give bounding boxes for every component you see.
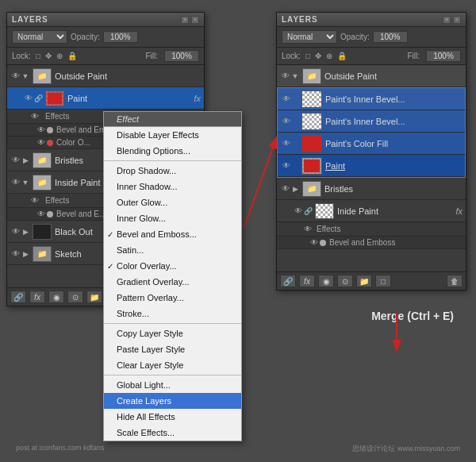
ctx-disable-layer-effects[interactable]: Disable Layer Effects: [104, 127, 241, 143]
expand-black[interactable]: ▶: [21, 228, 29, 236]
ctx-hide-effects[interactable]: Hide All Effects: [104, 409, 241, 425]
r-adj-btn[interactable]: ⊙: [337, 275, 353, 287]
expand-icon[interactable]: ▼: [21, 72, 29, 80]
r-delete-btn[interactable]: 🗑: [447, 275, 463, 287]
ctx-outer-glow[interactable]: Outer Glow...: [104, 194, 241, 210]
r-expand-bristles[interactable]: ▶: [291, 185, 299, 193]
r-eye-eff[interactable]: 👁: [302, 224, 313, 235]
r-eye-fill[interactable]: 👁: [281, 138, 292, 149]
r-bristles[interactable]: 👁 ▶ 📁 Bristles: [277, 178, 466, 200]
expand-sketch[interactable]: ▶: [21, 250, 29, 258]
r-eye-inside[interactable]: 👁: [293, 206, 304, 217]
ctx-blending-options[interactable]: Blending Options...: [104, 143, 241, 159]
r-eye-outside[interactable]: 👁: [280, 71, 291, 82]
r-eye-paint[interactable]: 👁: [281, 160, 292, 171]
eye-bevel2[interactable]: 👁: [36, 209, 47, 220]
r-bevel1-name: Paint's Inner Bevel...: [325, 94, 462, 104]
r-fx-btn[interactable]: fx: [299, 275, 315, 287]
ctx-gradient-overlay[interactable]: Gradient Overlay...: [104, 274, 241, 290]
eye-color[interactable]: 👁: [36, 137, 47, 148]
r-lock-label: Lock:: [282, 52, 301, 60]
r-paint-layer[interactable]: 👁 Paint: [278, 155, 465, 177]
color-check: ✓: [107, 262, 113, 271]
layer-paint[interactable]: 👁 🔗 Paint fx: [7, 87, 204, 110]
eye-effects[interactable]: 👁: [29, 111, 40, 122]
ctx-global-light[interactable]: Global Light...: [104, 377, 241, 393]
effect-dot-bevel2: [47, 211, 53, 218]
left-panel-titlebar: LAYERS ≡ ×: [7, 13, 204, 27]
r-bevel-text: Bevel and Emboss: [329, 238, 395, 247]
r-link-btn[interactable]: 🔗: [280, 275, 296, 287]
eye-black[interactable]: 👁: [10, 226, 21, 237]
eye-effects2[interactable]: 👁: [29, 195, 40, 206]
fill-input[interactable]: [164, 50, 199, 62]
ctx-pattern-label: Pattern Overlay...: [117, 293, 184, 302]
lock-pixel-icon: □: [36, 52, 40, 60]
ctx-copy-label: Copy Layer Style: [117, 329, 183, 338]
r-eye-bristles[interactable]: 👁: [280, 183, 291, 194]
r-fill-btn[interactable]: ◉: [318, 275, 334, 287]
r-eye-bevel[interactable]: 👁: [309, 237, 320, 248]
r-blend-mode-select[interactable]: Normal: [282, 30, 337, 44]
panel-close-btn[interactable]: ×: [191, 16, 199, 24]
new-fill-btn[interactable]: ◉: [48, 291, 64, 303]
color-overlay-label: Color O...: [56, 138, 90, 147]
r-expand-outside[interactable]: ▼: [291, 72, 299, 80]
ctx-color-overlay[interactable]: ✓ Color Overlay...: [104, 258, 241, 274]
ctx-inner-glow[interactable]: Inner Glow...: [104, 210, 241, 226]
ctx-drop-shadow[interactable]: Drop Shadow...: [104, 163, 241, 179]
r-color-fill[interactable]: 👁 Paint's Color Fill: [278, 133, 465, 155]
right-panel-titlebar: LAYERS ≡ ×: [277, 13, 466, 27]
new-group-btn[interactable]: 📁: [86, 291, 102, 303]
r-inner-bevel-2[interactable]: 👁 Paint's Inner Bevel...: [278, 110, 465, 133]
r-group-btn[interactable]: 📁: [356, 275, 372, 287]
r-opacity-input[interactable]: [373, 31, 408, 43]
link-layers-btn[interactable]: 🔗: [10, 291, 26, 303]
expand-inside[interactable]: ▼: [21, 179, 29, 187]
r-eye-bevel1[interactable]: 👁: [281, 94, 292, 105]
ctx-outer-glow-label: Outer Glow...: [117, 198, 167, 207]
blend-mode-select[interactable]: Normal: [12, 30, 67, 44]
eye-bristles[interactable]: 👁: [10, 155, 21, 166]
ctx-clear-style[interactable]: Clear Layer Style: [104, 357, 241, 373]
r-panel-collapse-btn[interactable]: ≡: [443, 16, 451, 24]
opacity-input[interactable]: [103, 31, 138, 43]
ctx-bevel-emboss[interactable]: ✓ Bevel and Emboss...: [104, 226, 241, 242]
r-panel-close-btn[interactable]: ×: [453, 16, 461, 24]
r-eye-bevel2[interactable]: 👁: [281, 116, 292, 127]
ctx-inner-shadow[interactable]: Inner Shadow...: [104, 179, 241, 194]
eye-bevel[interactable]: 👁: [36, 125, 47, 136]
ctx-scale-effects[interactable]: Scale Effects...: [104, 425, 241, 441]
r-inside-label: Inide Paint: [337, 206, 452, 216]
left-blend-toolbar: Normal Opacity:: [7, 27, 204, 48]
context-menu: Effect Disable Layer Effects Blending Op…: [103, 111, 242, 441]
ctx-copy-style[interactable]: Copy Layer Style: [104, 325, 241, 341]
r-selected-group: 👁 Paint's Inner Bevel... 👁 Paint's Inner…: [277, 87, 466, 178]
eye-icon-paint[interactable]: 👁: [23, 93, 34, 104]
eye-inside[interactable]: 👁: [10, 177, 21, 188]
eye-sketch[interactable]: 👁: [10, 248, 21, 260]
right-layers-panel: LAYERS ≡ × Normal Opacity: Lock: □ ✥ ⊕ 🔒…: [276, 12, 466, 291]
inside-thumb: 📁: [33, 175, 52, 191]
ctx-clear-label: Clear Layer Style: [117, 360, 183, 370]
r-outside-paint-group[interactable]: 👁 ▼ 📁 Outside Paint: [277, 65, 466, 87]
ctx-inner-glow-label: Inner Glow...: [117, 214, 166, 223]
r-inside-paint[interactable]: 👁 🔗 Inide Paint fx: [277, 200, 466, 222]
merge-label: Merge (Ctrl + E): [371, 310, 454, 322]
adjustment-btn[interactable]: ⊙: [67, 291, 83, 303]
panel-collapse-btn[interactable]: ≡: [181, 16, 189, 24]
ctx-create-layers[interactable]: Create Layers: [104, 393, 241, 409]
expand-bristles[interactable]: ▶: [21, 156, 29, 164]
r-inner-bevel-1[interactable]: 👁 Paint's Inner Bevel...: [278, 88, 465, 110]
eye-icon[interactable]: 👁: [10, 71, 21, 82]
r-new-layer-btn[interactable]: □: [375, 275, 391, 287]
fx-btn[interactable]: fx: [29, 291, 45, 303]
layer-outside-paint[interactable]: 👁 ▼ 📁 Outside Paint: [7, 65, 204, 87]
ctx-paste-style[interactable]: Paste Layer Style: [104, 341, 241, 357]
effect-dot-color: [47, 140, 53, 146]
r-fill-input[interactable]: [426, 50, 461, 62]
ctx-pattern-overlay[interactable]: Pattern Overlay...: [104, 290, 241, 306]
ctx-stroke[interactable]: Stroke...: [104, 306, 241, 321]
ctx-satin[interactable]: Satin...: [104, 242, 241, 258]
bottom-left-label: post at iconfans.com kdfans: [16, 444, 105, 454]
